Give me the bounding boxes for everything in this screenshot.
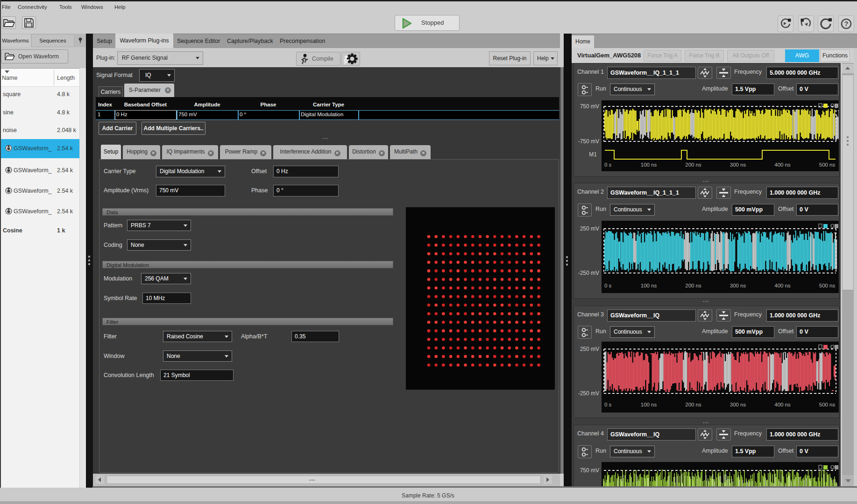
svg-text:Q: Q bbox=[830, 464, 835, 469]
svg-text:Q: Q bbox=[830, 103, 835, 108]
svg-text:Q: Q bbox=[830, 223, 835, 228]
svg-text:Q: Q bbox=[830, 344, 835, 349]
svg-text:?: ? bbox=[844, 20, 848, 28]
